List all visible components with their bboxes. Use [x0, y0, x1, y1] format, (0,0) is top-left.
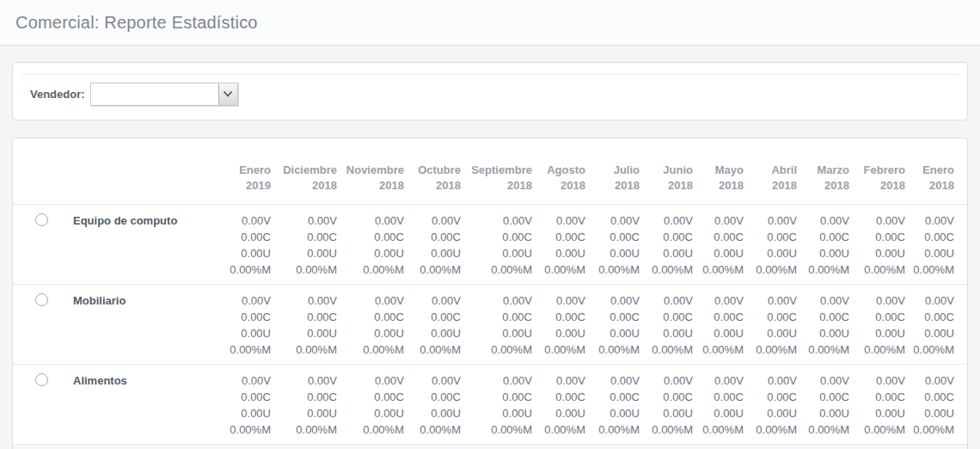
metric-line: 0.00V	[797, 372, 849, 389]
metric-line: 0.00C	[337, 389, 404, 405]
metric-line: 0.00V	[337, 372, 404, 389]
metric-line: 0.00C	[404, 389, 461, 405]
table-row: Mobiliario0.00V0.00C0.00U0.00%M0.00V0.00…	[13, 285, 967, 365]
metric-line: 0.00V	[585, 372, 640, 389]
metric-line: 0.00U	[693, 325, 744, 341]
metric-line: 0.00C	[205, 229, 271, 245]
metric-line: 0.00%M	[693, 341, 744, 358]
metric-line: 0.00U	[271, 245, 337, 261]
metric-line: 0.00U	[404, 325, 461, 341]
value-cell: 0.00V0.00C0.00U0.00%M	[640, 365, 693, 445]
value-cell: 0.00V0.00C0.00U0.00%M	[337, 365, 404, 445]
metric-line: 0.00U	[640, 405, 693, 421]
metric-line: 0.00%M	[337, 261, 404, 278]
metric-line: 0.00C	[205, 309, 271, 325]
metric-line: 0.00V	[744, 372, 797, 389]
column-month: Septiembre	[461, 163, 532, 178]
value-cell: 0.00V0.00C0.00U0.00%M	[693, 365, 744, 445]
metric-line: 0.00C	[532, 389, 585, 405]
chevron-down-icon[interactable]	[218, 83, 237, 105]
metric-line: 0.00C	[744, 389, 797, 405]
row-radio[interactable]	[35, 293, 48, 306]
metric-line: 0.00U	[205, 405, 271, 421]
value-cell: 0.00V0.00C0.00U0.00%M	[532, 365, 585, 445]
metric-line: 0.00V	[585, 292, 640, 309]
metric-line: 0.00U	[271, 405, 337, 421]
metric-line: 0.00U	[905, 325, 954, 341]
metric-line: 0.00%M	[205, 421, 271, 438]
metric-line: 0.00U	[205, 245, 271, 261]
value-cell: 0.00V0.00C0.00U0.00%M	[905, 285, 967, 365]
metric-line: 0.00V	[585, 212, 640, 229]
metric-line: 0.00%M	[797, 261, 849, 278]
column-year: 2018	[461, 178, 532, 194]
value-cell: 0.00V0.00C0.00U0.00%M	[797, 205, 849, 285]
metric-line: 0.00U	[849, 325, 905, 341]
column-year: 2019	[205, 178, 271, 194]
metric-line: 0.00U	[744, 405, 797, 421]
metric-line: 0.00%M	[585, 341, 640, 358]
column-header-diciembre-2018: Diciembre2018	[271, 138, 337, 205]
metric-line: 0.00C	[693, 229, 744, 245]
column-month: Octubre	[404, 163, 461, 178]
value-cell: 0.00V0.00C0.00U0.00%M	[585, 285, 640, 365]
value-cell: 0.00V0.00C0.00U0.00%M	[905, 205, 967, 285]
metric-line: 0.00%M	[797, 341, 849, 358]
row-label: Alimentos	[51, 365, 205, 445]
metric-line: 0.00%M	[744, 421, 797, 438]
row-radio[interactable]	[35, 213, 48, 226]
column-year: 2018	[585, 178, 640, 194]
column-month: Diciembre	[271, 163, 337, 178]
column-month: Abril	[744, 163, 797, 178]
column-year: 2018	[337, 178, 404, 194]
metric-line: 0.00U	[404, 405, 461, 421]
metric-line: 0.00C	[797, 229, 849, 245]
column-month: Junio	[640, 163, 693, 178]
table-header: Enero2019Diciembre2018Noviembre2018Octub…	[13, 138, 967, 205]
metric-line: 0.00C	[585, 309, 640, 325]
metric-line: 0.00C	[461, 389, 532, 405]
metric-line: 0.00V	[640, 372, 693, 389]
metric-line: 0.00%M	[640, 261, 693, 278]
vendedor-filter-row: Vendedor:	[13, 75, 967, 106]
metric-line: 0.00C	[849, 309, 905, 325]
metric-line: 0.00V	[404, 212, 461, 229]
metric-line: 0.00%M	[271, 341, 337, 358]
value-cell: 0.00V0.00C0.00U0.00%M	[744, 365, 797, 445]
metric-line: 0.00C	[797, 389, 849, 405]
metric-line: 0.00%M	[461, 421, 532, 438]
value-cell: 0.00V0.00C0.00U0.00%M	[849, 365, 905, 445]
value-cell: 0.00V0.00C0.00U0.00%M	[404, 205, 461, 285]
metric-line: 0.00U	[205, 325, 271, 341]
months-header-row: Enero2019Diciembre2018Noviembre2018Octub…	[13, 138, 967, 205]
metric-line: 0.00C	[693, 389, 744, 405]
metric-line: 0.00C	[461, 229, 532, 245]
metric-line: 0.00%M	[337, 341, 404, 358]
metric-line: 0.00V	[744, 292, 797, 309]
metric-line: 0.00V	[905, 212, 954, 229]
value-cell: 0.00V0.00C0.00U0.00%M	[205, 365, 271, 445]
metric-line: 0.00U	[640, 245, 693, 261]
page-header: Comercial: Reporte Estadístico	[0, 0, 980, 46]
metric-line: 0.00V	[271, 372, 337, 389]
vendedor-select[interactable]	[90, 83, 238, 106]
metric-line: 0.00U	[337, 325, 404, 341]
metric-line: 0.00U	[905, 405, 954, 421]
metric-line: 0.00%M	[585, 261, 640, 278]
column-header-octubre-2018: Octubre2018	[404, 138, 461, 205]
metric-line: 0.00U	[585, 245, 640, 261]
metric-line: 0.00C	[905, 309, 954, 325]
report-panel: Enero2019Diciembre2018Noviembre2018Octub…	[12, 138, 968, 449]
metric-line: 0.00V	[532, 372, 585, 389]
metric-line: 0.00U	[797, 245, 849, 261]
row-radio[interactable]	[35, 373, 48, 386]
row-radio-cell	[13, 365, 51, 445]
table-row: Alimentos0.00V0.00C0.00U0.00%M0.00V0.00C…	[13, 365, 967, 445]
metric-line: 0.00U	[693, 405, 744, 421]
value-cell: 0.00V0.00C0.00U0.00%M	[271, 205, 337, 285]
metric-line: 0.00C	[205, 389, 271, 405]
column-header-septiembre-2018: Septiembre2018	[461, 138, 532, 205]
metric-line: 0.00U	[532, 325, 585, 341]
metric-line: 0.00C	[693, 309, 744, 325]
value-cell: 0.00V0.00C0.00U0.00%M	[205, 285, 271, 365]
